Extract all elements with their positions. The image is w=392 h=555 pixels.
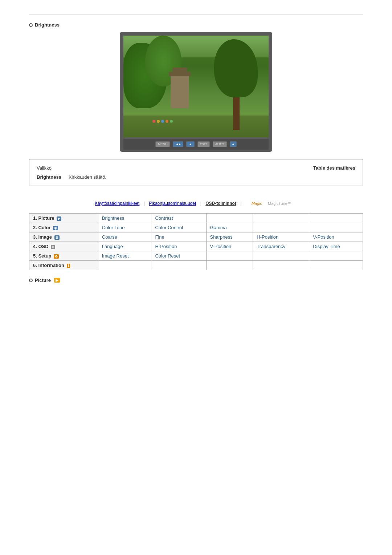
osd-icon-badge: ≡: [51, 245, 55, 249]
brightness-key: Brightness: [37, 174, 61, 180]
magictune-label: MagicMagicTune™: [249, 201, 294, 206]
brightness-value: Kirkkauden säätö.: [69, 174, 106, 180]
h-position-link[interactable]: H-Position: [257, 234, 278, 240]
brightness-heading: Brightness: [29, 22, 363, 28]
row-header-color: 2. Color ◉: [29, 223, 98, 232]
cell-color-tone: Color Tone: [98, 223, 151, 232]
cell-empty-10: [151, 261, 206, 270]
cell-empty-11: [206, 261, 253, 270]
cell-display-time: Display Time: [309, 242, 363, 251]
nav-sep-1: |: [144, 201, 145, 206]
color-reset-link[interactable]: Color Reset: [155, 253, 180, 259]
cell-empty-9: [98, 261, 151, 270]
language-link[interactable]: Language: [102, 244, 123, 249]
color-tone-link[interactable]: Color Tone: [102, 225, 125, 230]
cell-sharpness: Sharpness: [206, 232, 253, 242]
sharpness-link[interactable]: Sharpness: [210, 234, 233, 240]
circle-icon: [29, 23, 33, 27]
nav-separator: Käyttösäädinpainikkeet | Pikaohjausomina…: [29, 197, 363, 206]
gamma-link[interactable]: Gamma: [210, 225, 227, 230]
cell-v-position-osd: V-Position: [206, 242, 253, 251]
table-row: 4. OSD ≡ Language H-Position V-Position …: [29, 242, 363, 251]
table-row: 5. Setup ⚙ Image Reset Color Reset: [29, 251, 363, 261]
cell-contrast: Contrast: [151, 214, 206, 223]
nav-link-controls[interactable]: Käyttösäädinpainikkeet: [95, 201, 139, 206]
row-header-setup: 5. Setup ⚙: [29, 251, 98, 261]
toc-label: Table des matières: [313, 165, 355, 171]
information-icon-badge: ℹ: [67, 264, 70, 268]
cell-empty-12: [253, 261, 309, 270]
v-position-osd-link[interactable]: V-Position: [210, 244, 232, 249]
osd-table-section: 1. Picture ▶ Brightness Contrast 2. Colo…: [29, 213, 363, 270]
table-row: 6. Information ℹ: [29, 261, 363, 270]
table-row: 2. Color ◉ Color Tone Color Control Gamm…: [29, 223, 363, 232]
valikko-label: Valikko: [37, 165, 52, 171]
row-header-picture: 1. Picture ▶: [29, 214, 98, 223]
cell-coarse: Coarse: [98, 232, 151, 242]
up-button[interactable]: ▲: [186, 141, 195, 147]
cell-h-position-osd: H-Position: [151, 242, 206, 251]
cell-h-position: H-Position: [253, 232, 309, 242]
v-position-link[interactable]: V-Position: [313, 234, 334, 240]
cell-empty-4: [253, 223, 309, 232]
info-table: Valikko Table des matières Brightness Ki…: [29, 159, 363, 186]
cell-fine: Fine: [151, 232, 206, 242]
picture-circle-icon: [29, 279, 33, 282]
cell-empty-13: [309, 261, 363, 270]
menu-button[interactable]: MENU: [155, 141, 170, 147]
cell-v-position: V-Position: [309, 232, 363, 242]
color-control-link[interactable]: Color Control: [155, 225, 183, 230]
cell-empty-2: [253, 214, 309, 223]
cell-empty-3: [309, 214, 363, 223]
table-row: 3. Image ⊞ Coarse Fine Sharpness H-Posit…: [29, 232, 363, 242]
cell-transparency: Transparency: [253, 242, 309, 251]
h-position-osd-link[interactable]: H-Position: [155, 244, 177, 249]
picture-section: Picture ▶: [29, 278, 363, 283]
contrast-link[interactable]: Contrast: [155, 215, 173, 221]
picture-bottom-icon: ▶: [54, 278, 60, 283]
exit-button[interactable]: EXIT: [197, 141, 210, 147]
cell-gamma: Gamma: [206, 223, 253, 232]
osd-table: 1. Picture ▶ Brightness Contrast 2. Colo…: [29, 213, 363, 270]
cell-color-reset: Color Reset: [151, 251, 206, 261]
display-time-link[interactable]: Display Time: [313, 244, 340, 249]
picture-icon-badge: ▶: [57, 216, 61, 221]
cell-empty-8: [309, 251, 363, 261]
table-row: 1. Picture ▶ Brightness Contrast: [29, 214, 363, 223]
nav-sep-3: |: [240, 201, 241, 206]
cell-image-reset: Image Reset: [98, 251, 151, 261]
nav-button[interactable]: ◄●: [173, 141, 183, 147]
cell-color-control: Color Control: [151, 223, 206, 232]
monitor-image: MENU ◄● ▲ EXIT AUTO ●: [29, 32, 363, 152]
power-button[interactable]: ●: [230, 141, 237, 147]
color-icon-badge: ◉: [53, 226, 58, 230]
image-icon-badge: ⊞: [54, 235, 60, 240]
image-reset-link[interactable]: Image Reset: [102, 253, 129, 259]
setup-icon-badge: ⚙: [54, 254, 59, 259]
transparency-link[interactable]: Transparency: [257, 244, 285, 249]
cell-empty-1: [206, 214, 253, 223]
auto-button[interactable]: AUTO: [213, 141, 227, 147]
nav-link-quick[interactable]: Pikaohjausominaisuudet: [149, 201, 196, 206]
row-header-osd: 4. OSD ≡: [29, 242, 98, 251]
cell-empty-7: [253, 251, 309, 261]
coarse-link[interactable]: Coarse: [102, 234, 117, 240]
row-header-information: 6. Information ℹ: [29, 261, 98, 270]
cell-brightness: Brightness: [98, 214, 151, 223]
row-header-image: 3. Image ⊞: [29, 232, 98, 242]
cell-empty-6: [206, 251, 253, 261]
cell-empty-5: [309, 223, 363, 232]
nav-link-osd[interactable]: OSD-toiminnot: [205, 201, 236, 206]
fine-link[interactable]: Fine: [155, 234, 164, 240]
nav-sep-2: |: [200, 201, 201, 206]
cell-language: Language: [98, 242, 151, 251]
brightness-link[interactable]: Brightness: [102, 215, 124, 221]
picture-bottom-label: Picture: [35, 278, 51, 283]
